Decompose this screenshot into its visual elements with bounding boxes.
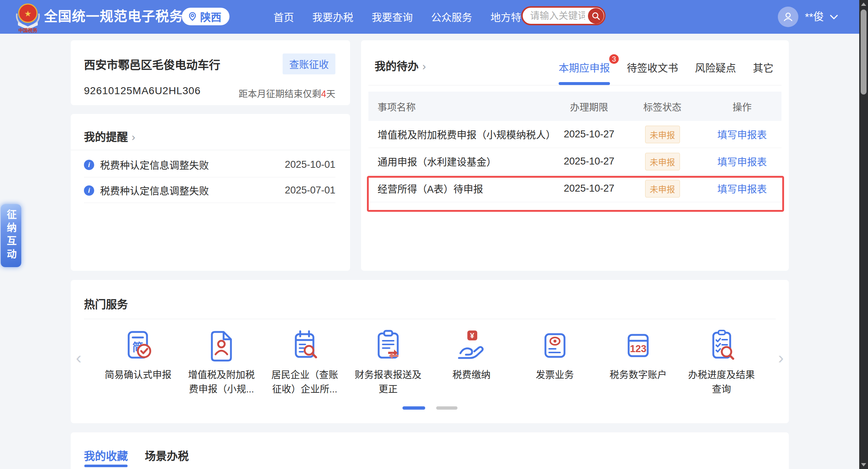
scrollbar-down-arrow-icon[interactable] xyxy=(861,463,866,466)
column-header-deadline: 办理期限 xyxy=(556,100,622,113)
svg-text:中国税务: 中国税务 xyxy=(18,27,38,33)
service-shortcut-row: 简易确认式申报 增值税及附加税 费申报（小规... 居民企业（查账 征收）企业所… xyxy=(96,328,763,396)
reminder-date: 2025-07-01 xyxy=(285,185,335,196)
favorites-card: 我的收藏 场景办税 xyxy=(71,432,789,469)
service-invoice-business[interactable]: 发票业务 xyxy=(513,328,596,396)
search-icon xyxy=(591,11,601,21)
service-label: 发票业务 xyxy=(536,368,574,382)
taxpayer-name: 西安市鄠邑区毛俊电动车行 xyxy=(84,56,220,72)
tab-current-period-declarations[interactable]: 本期应申报 3 xyxy=(559,60,610,75)
status-badge: 未申报 xyxy=(645,126,680,143)
tab-label: 待签收文书 xyxy=(627,63,678,74)
fill-declaration-link[interactable]: 填写申报表 xyxy=(717,130,767,141)
favorites-tabs: 我的收藏 场景办税 xyxy=(84,447,189,463)
fill-declaration-link[interactable]: 填写申报表 xyxy=(717,157,767,168)
chevron-right-icon: › xyxy=(422,60,426,72)
item-status: 未申报 xyxy=(622,153,703,170)
tab-documents-to-sign[interactable]: 待签收文书 xyxy=(627,60,678,75)
interaction-floating-badge-label: 征纳互动 xyxy=(4,209,18,262)
tab-label: 本期应申报 xyxy=(559,63,610,74)
item-deadline: 2025-10-27 xyxy=(556,129,622,140)
search-button[interactable] xyxy=(588,8,604,24)
carousel-next-icon[interactable]: › xyxy=(778,348,784,368)
service-label: 办税进度及结果 查询 xyxy=(688,368,755,396)
chevron-down-icon[interactable] xyxy=(829,14,839,21)
page-title: 全国统一规范电子税务局 xyxy=(44,0,197,34)
service-tax-payment[interactable]: 税费缴纳 xyxy=(430,328,513,396)
reminders-card: 我的提醒› i 税费种认定信息调整失败 2025-10-01 i 税费种认定信息… xyxy=(71,114,350,271)
status-badge: 未申报 xyxy=(645,153,680,170)
carousel-pagination xyxy=(71,406,789,410)
item-name: 增值税及附加税费申报（小规模纳税人） xyxy=(368,127,556,141)
scrollbar-thumb[interactable] xyxy=(861,10,867,95)
service-simple-confirm-declaration[interactable]: 简易确认式申报 xyxy=(96,328,180,396)
divider xyxy=(368,85,781,85)
service-vat-declaration[interactable]: 增值税及附加税 费申报（小规... xyxy=(180,328,263,396)
progress-search-icon xyxy=(704,328,739,363)
column-header-item-name: 事项名称 xyxy=(368,100,556,113)
todo-title-label: 我的待办 xyxy=(375,60,419,72)
todo-card: 我的待办› 本期应申报 3 待签收文书 风险疑点 其它 事项名称 办理期限 标签… xyxy=(361,40,789,271)
service-label: 税费缴纳 xyxy=(452,368,490,382)
taxpayer-id: 92610125MA6U2HL306 xyxy=(84,85,201,97)
item-name: 通用申报（水利建设基金） xyxy=(368,154,556,169)
top-header: ★ 中国税务 全国统一规范电子税务局 陕西 首页 我要办税 我要查询 公众服务 … xyxy=(0,0,868,34)
carousel-prev-icon[interactable]: ‹ xyxy=(76,348,81,368)
item-action: 填写申报表 xyxy=(703,181,781,196)
hand-payment-icon xyxy=(454,328,489,363)
clipboard-transfer-icon xyxy=(371,328,406,363)
service-label: 增值税及附加税 费申报（小规... xyxy=(188,368,255,396)
item-action: 填写申报表 xyxy=(703,127,781,141)
deadline-prefix: 距本月征期结束仅剩 xyxy=(239,89,321,99)
deadline-days: 4 xyxy=(321,89,326,99)
tab-count-badge: 3 xyxy=(608,53,619,64)
reminder-item[interactable]: i 税费种认定信息调整失败 2025-10-01 xyxy=(84,152,335,177)
fill-declaration-link[interactable]: 填写申报表 xyxy=(717,184,767,195)
pagination-dot[interactable] xyxy=(436,406,457,410)
levy-period-deadline: 距本月征期结束仅剩4天 xyxy=(239,86,335,100)
info-icon: i xyxy=(84,160,94,170)
nav-item-query[interactable]: 我要查询 xyxy=(372,10,413,24)
item-deadline: 2025-10-27 xyxy=(556,156,622,167)
nav-item-public-service[interactable]: 公众服务 xyxy=(431,10,472,24)
divider xyxy=(71,150,350,150)
tab-others[interactable]: 其它 xyxy=(753,60,773,75)
column-header-status: 标签状态 xyxy=(622,100,703,113)
service-digital-tax-account[interactable]: 税务数字账户 xyxy=(596,328,680,396)
nav-item-handle-tax[interactable]: 我要办税 xyxy=(312,10,353,24)
item-action: 填写申报表 xyxy=(703,154,781,169)
tab-my-favorites[interactable]: 我的收藏 xyxy=(84,447,128,463)
search-box xyxy=(521,6,606,25)
service-progress-result-query[interactable]: 办税进度及结果 查询 xyxy=(680,328,763,396)
pagination-dot-active[interactable] xyxy=(402,406,425,410)
tab-risk-doubts[interactable]: 风险疑点 xyxy=(695,60,736,75)
deadline-suffix: 天 xyxy=(326,89,335,99)
service-label: 简易确认式申报 xyxy=(105,368,172,382)
digital-account-icon xyxy=(621,328,656,363)
reminders-title[interactable]: 我的提醒› xyxy=(84,128,135,144)
scrollbar xyxy=(859,0,868,469)
tab-scenario-tax[interactable]: 场景办税 xyxy=(145,447,189,463)
user-avatar[interactable] xyxy=(778,7,798,27)
todo-title[interactable]: 我的待办› xyxy=(375,57,426,73)
service-label: 居民企业（查账 征收）企业所... xyxy=(271,368,338,396)
table-row: 通用申报（水利建设基金） 2025-10-27 未申报 填写申报表 xyxy=(368,148,781,175)
username-label[interactable]: **俊 xyxy=(805,0,824,34)
reminder-item[interactable]: i 税费种认定信息调整失败 2025-07-01 xyxy=(84,178,335,203)
search-input[interactable] xyxy=(530,8,585,23)
location-pin-icon xyxy=(188,11,197,22)
column-header-action: 操作 xyxy=(703,100,781,113)
nav-item-home[interactable]: 首页 xyxy=(273,10,294,24)
location-selector[interactable]: 陕西 xyxy=(182,8,229,25)
status-badge: 未申报 xyxy=(645,180,680,197)
invoice-stamp-icon xyxy=(537,328,573,363)
todo-table-header: 事项名称 办理期限 标签状态 操作 xyxy=(368,92,781,121)
taxpayer-card: 西安市鄠邑区毛俊电动车行 查账征收 92610125MA6U2HL306 距本月… xyxy=(71,40,350,105)
service-financial-report-submission[interactable]: 财务报表报送及 更正 xyxy=(346,328,430,396)
interaction-floating-badge[interactable]: 征纳互动 xyxy=(1,204,21,267)
person-doc-icon xyxy=(204,328,239,363)
service-resident-enterprise-income-tax[interactable]: 居民企业（查账 征收）企业所... xyxy=(263,328,346,396)
scrollbar-up-arrow-icon[interactable] xyxy=(861,3,866,6)
hot-services-title: 热门服务 xyxy=(84,295,128,311)
chevron-right-icon: › xyxy=(132,131,135,143)
